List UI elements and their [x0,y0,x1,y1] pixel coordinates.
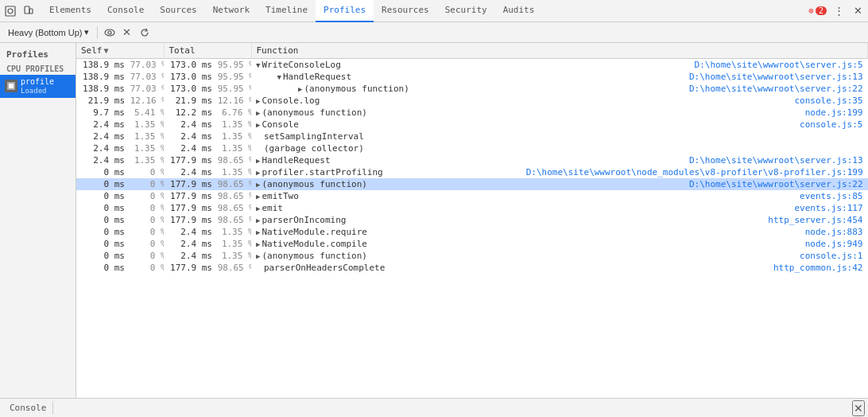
close-devtools-btn[interactable]: ✕ [851,4,865,18]
self-cell: 0 ms 0 % [76,166,164,178]
table-row[interactable]: 0 ms 0 %177.9 ms 98.65 %▶emitevents.js:1… [76,202,868,214]
total-cell: 177.9 ms 98.65 % [164,262,251,274]
table-row[interactable]: 2.4 ms 1.35 %2.4 ms 1.35 %setSamplingInt… [76,131,868,142]
function-cell: setSamplingInterval [251,131,868,142]
table-row[interactable]: 0 ms 0 %177.9 ms 98.65 %parserOnHeadersC… [76,262,868,274]
col-total-header[interactable]: Total [164,43,251,59]
tab-bar: Elements Console Sources Network Timelin… [41,0,807,22]
function-cell: ▶(anonymous function)node.js:199 [251,107,868,119]
top-bar-right: ⊗ 2 ⋮ ✕ [808,4,865,18]
table-row[interactable]: 0 ms 0 %2.4 ms 1.35 %▶NativeModule.requi… [76,226,868,238]
view-dropdown[interactable]: Heavy (Bottom Up) ▾ [5,25,92,39]
total-cell: 2.4 ms 1.35 % [164,226,251,238]
table-row[interactable]: 0 ms 0 %2.4 ms 1.35 %▶profiler.startProf… [76,166,868,178]
table-row[interactable]: 0 ms 0 %177.9 ms 98.65 %▶(anonymous func… [76,178,868,190]
tab-timeline[interactable]: Timeline [258,0,316,22]
self-cell: 0 ms 0 % [76,178,164,190]
file-link[interactable]: D:\home\site\wwwroot\server.js:22 [676,84,863,94]
svg-point-4 [105,29,114,36]
tab-sources[interactable]: Sources [152,0,204,22]
tab-console[interactable]: Console [99,0,152,22]
table-row[interactable]: 2.4 ms 1.35 %177.9 ms 98.65 %▶HandleRequ… [76,154,868,166]
table-row[interactable]: 0 ms 0 %177.9 ms 98.65 %▶emitTwoevents.j… [76,190,868,202]
file-link[interactable]: console.js:35 [781,95,862,106]
svg-rect-7 [9,84,14,88]
svg-point-5 [108,31,111,34]
clear-all-btn[interactable]: ✕ [120,25,134,40]
total-cell: 2.4 ms 1.35 % [164,131,251,142]
table-row[interactable]: 9.7 ms 5.41 %12.2 ms 6.76 %▶(anonymous f… [76,107,868,119]
file-link[interactable]: node.js:199 [792,107,863,118]
table-area: Self ▼ Total Function 138.9 ms 77.03 %17… [76,43,868,398]
table-row[interactable]: 2.4 ms 1.35 %2.4 ms 1.35 %▶Consoleconsol… [76,119,868,131]
col-self-header[interactable]: Self ▼ [76,43,164,59]
col-function-header[interactable]: Function [251,43,868,59]
self-cell: 138.9 ms 77.03 % [76,83,164,95]
tab-network[interactable]: Network [205,0,258,22]
table-row[interactable]: 0 ms 0 %2.4 ms 1.35 %▶(anonymous functio… [76,250,868,262]
tab-elements[interactable]: Elements [41,0,99,22]
file-link[interactable]: http_server.js:454 [755,215,862,225]
tab-security[interactable]: Security [437,0,495,22]
total-cell: 2.4 ms 1.35 % [164,250,251,262]
close-console-btn[interactable]: ✕ [852,400,865,416]
top-bar: Elements Console Sources Network Timelin… [0,0,868,22]
console-tab[interactable]: Console [3,401,53,415]
file-link[interactable]: D:\home\site\wwwroot\server.js:5 [682,60,863,70]
error-icon: ⊗ [808,6,814,16]
total-cell: 177.9 ms 98.65 % [164,214,251,226]
file-link[interactable]: events.js:85 [787,191,862,201]
reload-btn[interactable] [138,25,152,40]
chevron-down-icon: ▾ [84,27,89,37]
svg-rect-0 [6,6,15,16]
total-cell: 173.0 ms 95.95 % [164,83,251,95]
self-cell: 2.4 ms 1.35 % [76,119,164,131]
file-link[interactable]: D:\home\site\wwwroot\server.js:13 [676,155,863,166]
inspect-element-btn[interactable] [3,4,17,18]
self-cell: 9.7 ms 5.41 % [76,107,164,119]
table-row[interactable]: 138.9 ms 77.03 %173.0 ms 95.95 % ▼Handle… [76,71,868,83]
function-cell: (garbage collector) [251,142,868,154]
bottom-bar: Console ✕ [0,398,868,417]
table-row[interactable]: 0 ms 0 %177.9 ms 98.65 %▶parserOnIncomin… [76,214,868,226]
table-row[interactable]: 138.9 ms 77.03 %173.0 ms 95.95 % ▶(anony… [76,83,868,95]
total-cell: 2.4 ms 1.35 % [164,142,251,154]
function-cell: ▶(anonymous function)D:\home\site\wwwroo… [251,178,868,190]
file-link[interactable]: node.js:949 [792,239,863,249]
total-cell: 173.0 ms 95.95 % [164,59,251,72]
table-row[interactable]: 138.9 ms 77.03 %173.0 ms 95.95 %▼WriteCo… [76,59,868,72]
error-badge: ⊗ 2 [808,6,827,16]
total-cell: 177.9 ms 98.65 % [164,202,251,214]
file-link[interactable]: D:\home\site\wwwroot\server.js:22 [676,179,863,189]
table-row[interactable]: 0 ms 0 %2.4 ms 1.35 %▶NativeModule.compi… [76,238,868,250]
tab-resources[interactable]: Resources [374,0,437,22]
table-row[interactable]: 21.9 ms 12.16 %21.9 ms 12.16 %▶Console.l… [76,95,868,107]
sort-arrow-self: ▼ [104,46,109,55]
self-cell: 2.4 ms 1.35 % [76,142,164,154]
tab-profiles[interactable]: Profiles [316,0,374,22]
self-cell: 0 ms 0 % [76,226,164,238]
file-link[interactable]: node.js:883 [792,227,863,237]
file-link[interactable]: D:\home\site\wwwroot\node_modules\v8-pro… [513,167,863,177]
svg-rect-2 [25,6,29,14]
more-options-btn[interactable]: ⋮ [831,4,846,18]
file-link[interactable]: D:\home\site\wwwroot\server.js:13 [676,72,863,82]
sidebar-profile-item[interactable]: profile Loaded [0,75,76,98]
total-cell: 177.9 ms 98.65 % [164,154,251,166]
self-cell: 138.9 ms 77.03 % [76,59,164,72]
device-toolbar-btn[interactable] [21,4,35,18]
tab-audits[interactable]: Audits [495,0,543,22]
dropdown-label: Heavy (Bottom Up) [8,28,83,37]
file-link[interactable]: http_common.js:42 [761,263,863,273]
sidebar: Profiles CPU PROFILES profile Loaded [0,43,76,398]
eye-icon-btn[interactable] [103,25,117,40]
self-cell: 0 ms 0 % [76,250,164,262]
self-cell: 2.4 ms 1.35 % [76,154,164,166]
file-link[interactable]: console.js:5 [787,119,862,130]
self-cell: 21.9 ms 12.16 % [76,95,164,107]
table-row[interactable]: 2.4 ms 1.35 %2.4 ms 1.35 %(garbage colle… [76,142,868,154]
function-cell: ▼WriteConsoleLogD:\home\site\wwwroot\ser… [251,59,868,72]
function-cell: ▶parserOnIncominghttp_server.js:454 [251,214,868,226]
file-link[interactable]: console.js:1 [787,251,862,261]
file-link[interactable]: events.js:117 [781,203,862,213]
